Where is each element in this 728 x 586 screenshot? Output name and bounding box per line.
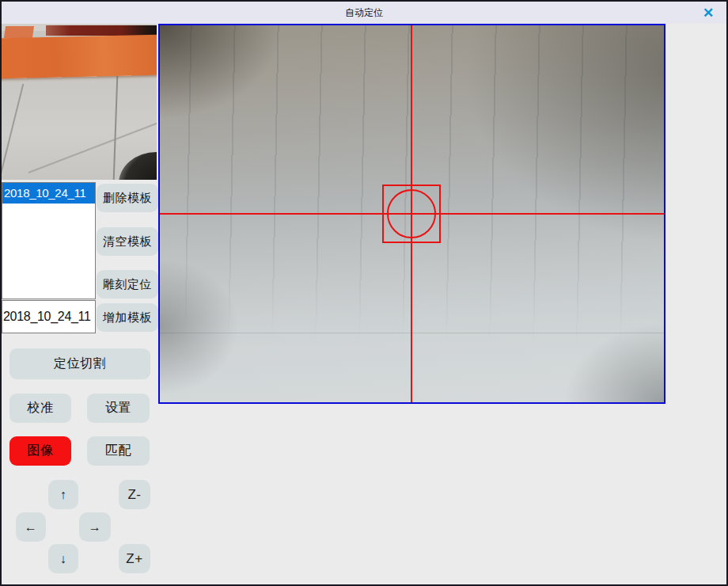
jog-up-button[interactable]: ↑: [48, 480, 78, 509]
position-cut-button[interactable]: 定位切割: [9, 348, 150, 379]
template-thumbnail-image: [2, 24, 157, 180]
close-icon: ✕: [703, 5, 714, 21]
engrave-position-button[interactable]: 雕刻定位: [97, 270, 158, 299]
delete-template-button[interactable]: 删除模板: [97, 184, 158, 212]
thumbnail-orange-beam: [2, 35, 157, 79]
camera-view: [158, 24, 665, 404]
arrow-right-icon: →: [89, 520, 102, 535]
jog-down-button[interactable]: ↓: [48, 544, 78, 573]
thumbnail-dark-object: [119, 152, 157, 180]
dialog-title: 自动定位: [345, 6, 383, 20]
clear-templates-button[interactable]: 清空模板: [97, 227, 158, 256]
arrow-left-icon: ←: [25, 520, 38, 535]
jog-z-minus-button[interactable]: Z-: [119, 480, 150, 509]
add-template-button[interactable]: 增加模板: [97, 303, 158, 332]
jog-left-button[interactable]: ←: [16, 512, 46, 542]
thumbnail-red-bar: [46, 25, 157, 36]
thumbnail-orange-patch: [4, 26, 34, 38]
thumbnail-grout-line: [2, 84, 24, 180]
match-button[interactable]: 匹配: [87, 436, 150, 466]
titlebar: 自动定位: [2, 2, 726, 24]
template-list-item[interactable]: 2018_10_24_11: [2, 183, 95, 204]
jog-z-plus-button[interactable]: Z+: [119, 544, 150, 573]
template-name-input[interactable]: 2018_10_24_11: [2, 300, 96, 333]
close-button[interactable]: ✕: [696, 2, 720, 24]
settings-button[interactable]: 设置: [87, 394, 150, 423]
z-minus-label: Z-: [127, 487, 141, 503]
arrow-up-icon: ↑: [60, 488, 67, 502]
template-list: 2018_10_24_11: [2, 182, 96, 299]
image-button[interactable]: 图像: [9, 436, 71, 466]
jog-right-button[interactable]: →: [79, 512, 111, 542]
calibrate-button[interactable]: 校准: [9, 394, 71, 423]
thumbnail-grout-line: [113, 76, 119, 180]
z-plus-label: Z+: [126, 551, 142, 567]
target-circle-overlay: [387, 189, 436, 238]
thumbnail-tile-wall: [2, 76, 157, 180]
arrow-down-icon: ↓: [60, 552, 67, 566]
auto-position-dialog: 自动定位 ✕ 2018_10_24_11 2018_10_24_11 删除模板 …: [0, 0, 728, 586]
